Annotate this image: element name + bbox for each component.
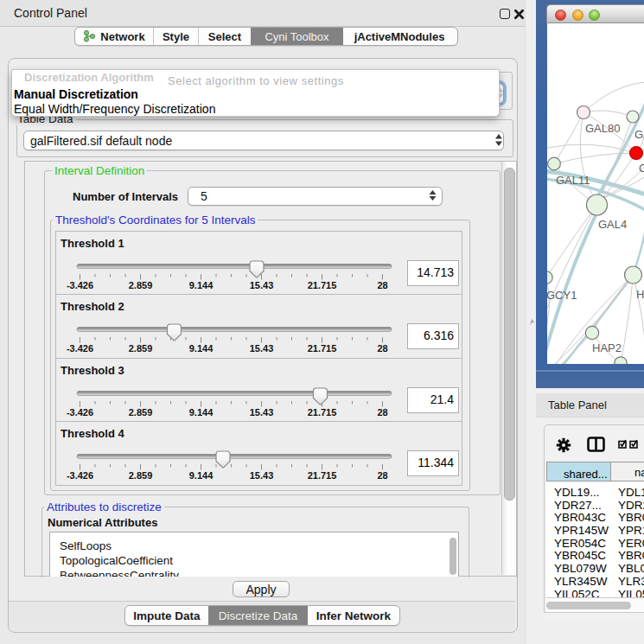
- svg-text:15.43: 15.43: [249, 470, 273, 481]
- svg-text:HIS7: HIS7: [636, 288, 644, 301]
- svg-text:2.859: 2.859: [128, 407, 152, 418]
- svg-text:GAL3: GAL3: [634, 128, 644, 141]
- svg-text:21.715: 21.715: [307, 343, 336, 354]
- svg-text:9.144: 9.144: [188, 343, 213, 354]
- svg-text:28: 28: [377, 343, 387, 354]
- svg-text:9.144: 9.144: [188, 407, 213, 418]
- svg-text:15.43: 15.43: [249, 343, 273, 354]
- svg-text:9.144: 9.144: [188, 280, 213, 290]
- svg-text:2.859: 2.859: [128, 470, 152, 481]
- svg-text:-3.426: -3.426: [66, 407, 92, 418]
- svg-text:GCY1: GCY1: [547, 289, 577, 302]
- svg-text:-3.426: -3.426: [66, 343, 92, 354]
- svg-text:28: 28: [377, 407, 387, 418]
- svg-text:2.859: 2.859: [128, 280, 152, 290]
- svg-text:GAL4: GAL4: [598, 218, 627, 231]
- svg-text:28: 28: [377, 470, 387, 481]
- svg-text:-3.426: -3.426: [66, 470, 92, 481]
- svg-text:HAP2: HAP2: [592, 341, 622, 354]
- svg-text:15.43: 15.43: [249, 280, 273, 290]
- svg-text:-3.426: -3.426: [66, 280, 92, 290]
- svg-text:21.715: 21.715: [307, 280, 336, 290]
- svg-text:GAL80: GAL80: [585, 122, 620, 135]
- svg-text:15.43: 15.43: [249, 407, 273, 418]
- svg-text:9.144: 9.144: [188, 470, 213, 481]
- svg-text:21.715: 21.715: [307, 407, 336, 418]
- svg-text:GAL11: GAL11: [556, 174, 590, 187]
- svg-text:2.859: 2.859: [128, 343, 152, 354]
- svg-text:CDC6: CDC6: [639, 162, 644, 175]
- svg-text:21.715: 21.715: [307, 470, 336, 481]
- svg-text:28: 28: [377, 280, 387, 290]
